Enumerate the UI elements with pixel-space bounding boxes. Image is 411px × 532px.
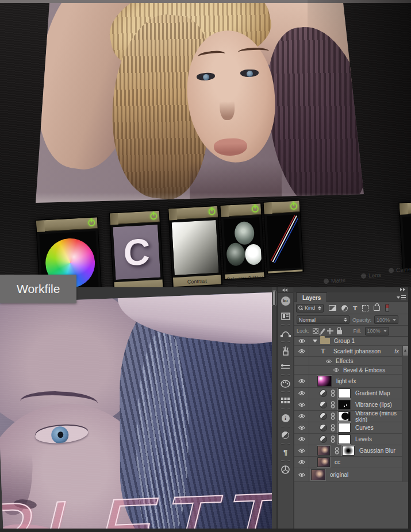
- layer-name[interactable]: Levels: [355, 436, 372, 442]
- layer-row-type[interactable]: T Scarlett johansson fx: [294, 346, 408, 357]
- dock-swatches-button[interactable]: [278, 309, 293, 324]
- filter-smart-object-icon[interactable]: [374, 306, 380, 311]
- layer-thumbnail[interactable]: [317, 446, 330, 456]
- mask-link-icon[interactable]: [335, 447, 339, 454]
- layer-thumbnail[interactable]: [317, 457, 330, 467]
- mask-link-icon[interactable]: [331, 435, 335, 443]
- layers-scrollbar[interactable]: [402, 346, 408, 482]
- layer-name[interactable]: Vibrance (minus skin): [355, 410, 408, 423]
- adjustment-icon[interactable]: [320, 424, 327, 431]
- visibility-cell[interactable]: [294, 445, 309, 456]
- tool-card-colorista-3way[interactable]: Colorista 3-Way: [220, 203, 265, 280]
- layer-mask-thumbnail[interactable]: [338, 388, 351, 398]
- eye-icon[interactable]: [298, 338, 306, 344]
- visibility-cell[interactable]: [294, 337, 309, 345]
- tab-layers[interactable]: Layers: [296, 292, 327, 302]
- lock-transparency-icon[interactable]: [313, 328, 318, 334]
- disclosure-triangle-icon[interactable]: [313, 340, 317, 342]
- lock-pixels-icon[interactable]: [320, 328, 325, 334]
- filter-pixel-icon[interactable]: [329, 305, 336, 311]
- dock-info-button[interactable]: i: [278, 410, 293, 426]
- visibility-cell[interactable]: [294, 388, 309, 399]
- power-icon[interactable]: [208, 208, 216, 215]
- adjustment-icon[interactable]: [320, 390, 327, 397]
- adjustment-icon[interactable]: [320, 401, 327, 408]
- filter-toggle-icon[interactable]: [385, 304, 389, 312]
- visibility-cell[interactable]: [294, 411, 309, 422]
- lock-all-icon[interactable]: [337, 330, 342, 334]
- layer-name[interactable]: Vibrance (lips): [355, 402, 392, 408]
- eye-icon[interactable]: [325, 359, 332, 364]
- power-icon[interactable]: [290, 203, 298, 210]
- visibility-cell[interactable]: [294, 457, 309, 468]
- tool-card-curves[interactable]: Curves: [263, 200, 304, 273]
- layer-name[interactable]: Gradient Map: [355, 390, 390, 396]
- tool-card-contrast[interactable]: Contrast: [168, 206, 222, 287]
- dock-brush-presets-button[interactable]: [278, 343, 293, 358]
- category-camera[interactable]: Camera: [389, 265, 411, 273]
- layer-name[interactable]: original: [330, 472, 348, 478]
- layer-row-pixel[interactable]: original: [294, 468, 408, 482]
- dock-kuler-button[interactable]: ku: [278, 293, 293, 309]
- eye-icon[interactable]: [298, 425, 306, 430]
- filter-adjustment-icon[interactable]: [341, 305, 348, 311]
- mask-link-icon[interactable]: [331, 390, 335, 397]
- scrollbar-up-button[interactable]: [403, 346, 408, 356]
- layer-row-adjustment[interactable]: Gradient Map: [294, 388, 408, 399]
- visibility-cell[interactable]: [294, 375, 309, 387]
- layer-name[interactable]: Bevel & Emboss: [343, 367, 385, 373]
- eye-icon[interactable]: [298, 391, 306, 396]
- layer-mask-thumbnail[interactable]: [338, 423, 351, 433]
- category-lens[interactable]: Lens: [361, 272, 381, 279]
- eye-icon[interactable]: [298, 379, 306, 384]
- layer-row-pixel-mask[interactable]: Gaussian Blur: [294, 445, 408, 457]
- power-icon[interactable]: [252, 205, 259, 213]
- eye-icon[interactable]: [298, 460, 306, 465]
- dock-3d-button[interactable]: [278, 462, 293, 477]
- filter-shape-icon[interactable]: [362, 305, 368, 311]
- fill-input[interactable]: 100%: [365, 327, 389, 336]
- canvas-scrollbar[interactable]: [272, 287, 276, 529]
- adjustment-icon[interactable]: [320, 413, 327, 420]
- layer-row-adjustment[interactable]: Curves: [294, 422, 408, 434]
- fx-badge[interactable]: fx: [394, 348, 399, 354]
- tool-card-colorista[interactable]: C: [109, 210, 164, 287]
- layer-name[interactable]: Scarlett johansson: [333, 348, 381, 354]
- kind-filter-select[interactable]: Kind: [296, 304, 324, 313]
- dock-paths-button[interactable]: [278, 326, 293, 341]
- layer-row-pixel[interactable]: cc: [294, 457, 408, 468]
- layer-mask-thumbnail[interactable]: [342, 446, 355, 456]
- category-matte[interactable]: Matte: [324, 277, 346, 285]
- scrollbar-thumb[interactable]: [272, 291, 276, 306]
- layer-row-adjustment[interactable]: Vibrance (minus skin): [294, 411, 408, 422]
- eye-icon[interactable]: [298, 472, 306, 477]
- mask-link-icon[interactable]: [331, 424, 335, 431]
- mask-link-icon[interactable]: [331, 401, 335, 408]
- layer-row-effect-item[interactable]: Bevel & Emboss: [294, 366, 408, 375]
- eye-icon[interactable]: [298, 448, 306, 453]
- visibility-cell[interactable]: [294, 346, 309, 356]
- lock-position-icon[interactable]: [327, 328, 333, 334]
- dock-layer-comps-button[interactable]: [278, 393, 293, 408]
- dock-paragraph-button[interactable]: ¶: [278, 445, 293, 460]
- layer-row-adjustment[interactable]: Levels: [294, 434, 408, 445]
- dock-tool-presets-button[interactable]: [278, 358, 293, 374]
- layer-thumbnail[interactable]: [317, 376, 332, 387]
- dock-properties-button[interactable]: [278, 427, 293, 443]
- mask-link-icon[interactable]: [331, 413, 335, 420]
- eye-icon[interactable]: [298, 349, 306, 354]
- layer-name[interactable]: Group 1: [334, 338, 355, 344]
- layer-mask-thumbnail[interactable]: [338, 434, 351, 444]
- dock-collapse-bar[interactable]: [278, 287, 293, 293]
- layer-name[interactable]: Curves: [355, 425, 374, 431]
- layer-name[interactable]: Effects: [336, 358, 353, 364]
- layer-name[interactable]: Gaussian Blur: [359, 448, 395, 454]
- eye-icon[interactable]: [333, 368, 340, 372]
- blend-mode-select[interactable]: Normal: [297, 315, 349, 324]
- layer-thumbnail[interactable]: [311, 469, 325, 480]
- layer-name[interactable]: cc: [335, 459, 340, 465]
- power-icon[interactable]: [150, 213, 158, 220]
- adjustment-icon[interactable]: [320, 435, 327, 443]
- visibility-cell[interactable]: [294, 434, 309, 445]
- layer-row-group[interactable]: Group 1: [294, 337, 408, 346]
